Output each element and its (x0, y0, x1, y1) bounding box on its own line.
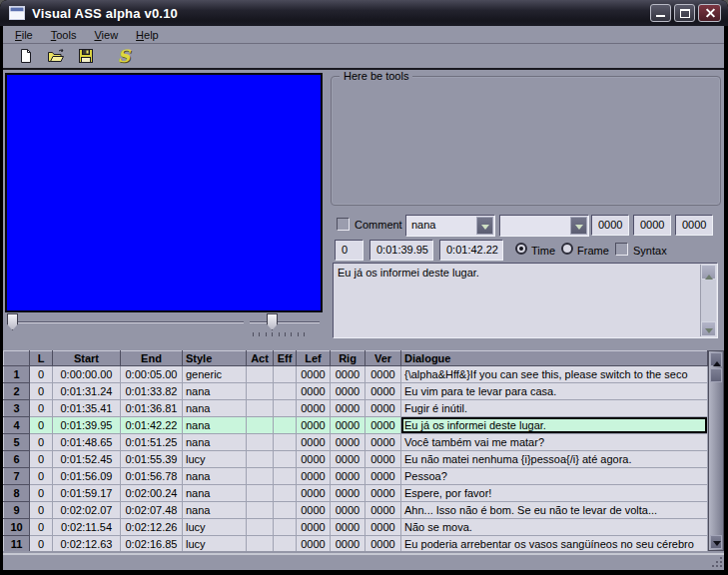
cell-rig[interactable]: 0000 (331, 468, 365, 485)
table-row[interactable]: 900:02:02.070:02:07.48nana000000000000Ah… (4, 502, 708, 519)
cell-style[interactable]: lucy (183, 536, 247, 552)
cell-lef[interactable]: 0000 (297, 400, 331, 417)
cell-layer[interactable]: 0 (30, 502, 53, 519)
cell-dialogue[interactable]: Eu já os informei deste lugar. (401, 417, 708, 434)
cell-ver[interactable]: 0000 (365, 434, 401, 451)
cell-style[interactable]: nana (183, 434, 247, 451)
column-header-act[interactable]: Act (247, 351, 274, 366)
cell-ver[interactable]: 0000 (365, 383, 401, 400)
cell-layer[interactable]: 0 (30, 434, 53, 451)
cell-style[interactable]: nana (183, 383, 247, 400)
column-header-start[interactable]: Start (53, 351, 121, 366)
cell-end[interactable]: 0:01:36.81 (121, 400, 183, 417)
cell-layer[interactable]: 0 (30, 417, 53, 434)
cell-start[interactable]: 0:01:39.95 (53, 417, 121, 434)
cell-end[interactable]: 0:01:55.39 (121, 451, 183, 468)
cell-lef[interactable]: 0000 (297, 468, 331, 485)
cell-layer[interactable]: 0 (30, 383, 53, 400)
zoom-slider-track[interactable] (250, 321, 320, 323)
cell-layer[interactable]: 0 (30, 536, 53, 552)
row-number[interactable]: 10 (4, 519, 30, 536)
scroll-up-icon[interactable] (710, 352, 722, 366)
scroll-up-icon[interactable] (701, 265, 716, 280)
menu-help[interactable]: Help (127, 28, 168, 42)
cell-layer[interactable]: 0 (30, 366, 53, 383)
combo-dropdown-arrow-icon[interactable] (570, 217, 587, 235)
cell-end[interactable]: 0:01:56.78 (121, 468, 183, 485)
cell-ver[interactable]: 0000 (365, 519, 401, 536)
cell-act[interactable] (247, 536, 274, 552)
cell-style[interactable]: lucy (183, 519, 247, 536)
row-number[interactable]: 1 (4, 366, 30, 383)
cell-lef[interactable]: 0000 (297, 519, 331, 536)
cell-lef[interactable]: 0000 (297, 451, 331, 468)
text-scrollbar[interactable] (700, 265, 716, 336)
cell-end[interactable]: 0:01:33.82 (121, 383, 183, 400)
cell-eff[interactable] (274, 451, 297, 468)
cell-dialogue[interactable]: Ahn... Isso não é bom. Se eu não te leva… (401, 502, 708, 519)
column-header-lef[interactable]: Lef (297, 351, 331, 366)
column-header-style[interactable]: Style (183, 351, 247, 366)
cell-dialogue[interactable]: Não se mova. (401, 519, 708, 536)
cell-act[interactable] (247, 468, 274, 485)
new-file-button[interactable] (15, 46, 37, 66)
cell-act[interactable] (247, 434, 274, 451)
table-row[interactable]: 200:01:31.240:01:33.82nana000000000000Eu… (4, 383, 708, 400)
row-number[interactable]: 4 (4, 417, 30, 434)
cell-style[interactable]: nana (183, 468, 247, 485)
column-header-rig[interactable]: Rig (331, 351, 365, 366)
cell-ver[interactable]: 0000 (365, 468, 401, 485)
close-button[interactable] (698, 4, 721, 22)
cell-ver[interactable]: 0000 (365, 451, 401, 468)
cell-start[interactable]: 0:01:31.24 (53, 383, 121, 400)
cell-layer[interactable]: 0 (30, 468, 53, 485)
cell-act[interactable] (247, 485, 274, 502)
layer-field[interactable]: 0 (335, 240, 364, 261)
cell-rig[interactable]: 0000 (331, 400, 365, 417)
cell-layer[interactable]: 0 (30, 519, 53, 536)
cell-rig[interactable]: 0000 (331, 502, 365, 519)
table-row[interactable]: 600:01:52.450:01:55.39lucy000000000000Eu… (4, 451, 708, 468)
time-radio[interactable] (515, 243, 527, 255)
cell-eff[interactable] (274, 485, 297, 502)
table-row[interactable]: 500:01:48.650:01:51.25nana000000000000Vo… (4, 434, 708, 451)
cell-rig[interactable]: 0000 (331, 519, 365, 536)
syntax-checkbox[interactable] (615, 243, 628, 256)
row-number[interactable]: 2 (4, 383, 30, 400)
cell-eff[interactable] (274, 400, 297, 417)
cell-rig[interactable]: 0000 (331, 417, 365, 434)
cell-end[interactable]: 0:02:12.26 (121, 519, 183, 536)
row-number[interactable]: 5 (4, 434, 30, 451)
combo-dropdown-arrow-icon[interactable] (476, 217, 493, 235)
cell-eff[interactable] (274, 502, 297, 519)
cell-start[interactable]: 0:02:02.07 (53, 502, 121, 519)
cell-dialogue[interactable]: {\alpha&Hff&}If you can see this, please… (401, 366, 708, 383)
cell-act[interactable] (247, 400, 274, 417)
table-row[interactable]: 300:01:35.410:01:36.81nana000000000000Fu… (4, 400, 708, 417)
minimize-button[interactable] (650, 4, 671, 22)
column-header-layer[interactable]: L (30, 351, 53, 366)
column-header-row-number[interactable] (4, 351, 30, 366)
cell-lef[interactable]: 0000 (297, 417, 331, 434)
table-row[interactable]: 1000:02:11.540:02:12.26lucy000000000000N… (4, 519, 708, 536)
cell-start[interactable]: 0:01:52.45 (53, 451, 121, 468)
cell-eff[interactable] (274, 536, 297, 552)
cell-lef[interactable]: 0000 (297, 383, 331, 400)
cell-end[interactable]: 0:01:42.22 (121, 417, 183, 434)
cell-act[interactable] (247, 417, 274, 434)
row-number[interactable]: 11 (4, 536, 30, 552)
cell-ver[interactable]: 0000 (365, 366, 401, 383)
cell-dialogue[interactable]: Eu vim para te levar para casa. (401, 383, 708, 400)
cell-end[interactable]: 0:01:51.25 (121, 434, 183, 451)
cell-rig[interactable]: 0000 (331, 536, 365, 552)
seek-slider-thumb[interactable] (7, 313, 18, 330)
seek-slider[interactable] (5, 312, 247, 336)
row-number[interactable]: 6 (4, 451, 30, 468)
cell-end[interactable]: 0:02:07.48 (121, 502, 183, 519)
cell-end[interactable]: 0:00:05.00 (121, 366, 183, 383)
cell-eff[interactable] (274, 468, 297, 485)
margin-right-field[interactable]: 0000 (633, 215, 671, 236)
table-row[interactable]: 800:01:59.170:02:00.24nana000000000000Es… (4, 485, 708, 502)
cell-style[interactable]: nana (183, 502, 247, 519)
cell-end[interactable]: 0:02:00.24 (121, 485, 183, 502)
